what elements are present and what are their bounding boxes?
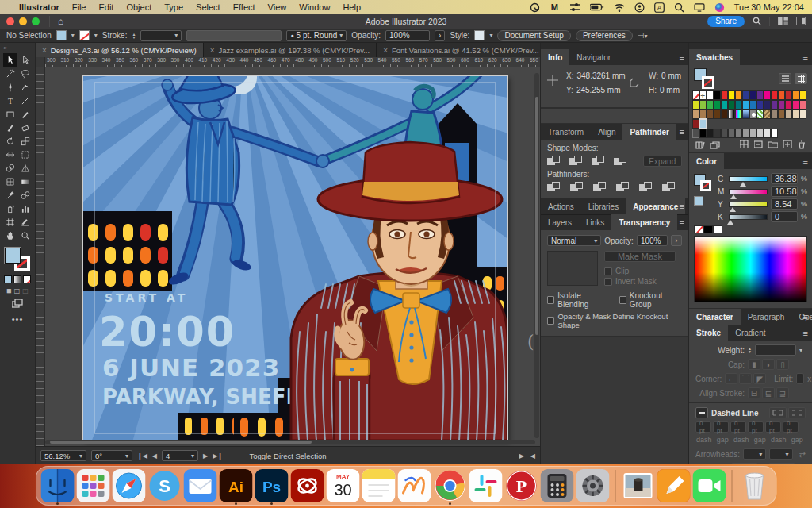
- swatch[interactable]: [728, 129, 735, 138]
- dock-pages[interactable]: [657, 469, 691, 502]
- panel-menu-icon[interactable]: ≡: [803, 329, 808, 338]
- tool-blend[interactable]: [18, 188, 33, 202]
- swatch[interactable]: [785, 100, 792, 110]
- menu-type[interactable]: Type: [164, 2, 183, 12]
- tab-align[interactable]: Align: [591, 124, 622, 140]
- swatch[interactable]: [749, 129, 756, 138]
- swatch[interactable]: [735, 100, 742, 110]
- artboard[interactable]: START AT 20:00 6 JUNE 2023 PARKWAY, SHEF…: [83, 76, 508, 441]
- swatch[interactable]: [699, 110, 707, 119]
- swatch-options-icon[interactable]: [754, 140, 763, 151]
- dock-photoshop[interactable]: Ps: [255, 469, 289, 502]
- swatch[interactable]: [771, 90, 778, 100]
- grid-view-icon[interactable]: [795, 73, 807, 84]
- stroke-swatch[interactable]: [79, 30, 90, 40]
- align-dash-icon[interactable]: [788, 407, 806, 418]
- arrange-documents-icon[interactable]: [778, 17, 788, 27]
- channel-slider-C[interactable]: [729, 176, 768, 182]
- make-mask-button[interactable]: Make Mask: [604, 251, 676, 262]
- menu-effect[interactable]: Effect: [233, 2, 255, 12]
- tool-hand[interactable]: [3, 229, 17, 242]
- swatch[interactable]: [699, 100, 707, 110]
- swatch[interactable]: [756, 90, 764, 100]
- arrowhead-start-dropdown[interactable]: ▾: [743, 448, 766, 460]
- channel-slider-K[interactable]: [729, 214, 768, 220]
- pathfinder-3[interactable]: [616, 182, 629, 193]
- swatch[interactable]: [778, 90, 785, 100]
- swatch[interactable]: [735, 110, 742, 119]
- swatch[interactable]: [714, 90, 721, 100]
- spotlight-icon[interactable]: [674, 2, 684, 13]
- swatch[interactable]: [799, 110, 806, 119]
- dash-field-4[interactable]: 0 pt: [765, 421, 781, 433]
- artboard-number-field[interactable]: 4▾: [162, 450, 198, 461]
- dock-calendar[interactable]: MAY30: [327, 469, 360, 502]
- color-none-swatch[interactable]: [694, 225, 703, 233]
- tab-swatches[interactable]: Swatches: [689, 49, 740, 65]
- tool-perspective-grid[interactable]: [18, 161, 33, 175]
- fill-proxy[interactable]: [5, 248, 21, 264]
- knockout-group-checkbox[interactable]: [619, 296, 626, 304]
- opacity-mask-checkbox[interactable]: [547, 317, 554, 325]
- display-icon[interactable]: [694, 3, 705, 12]
- menu-file[interactable]: File: [72, 2, 86, 12]
- style-swatch[interactable]: [474, 30, 485, 40]
- channel-slider-M[interactable]: [729, 189, 768, 194]
- siri-icon[interactable]: [714, 2, 725, 13]
- tool-line-segment[interactable]: [18, 94, 33, 107]
- swatch[interactable]: ✛: [699, 90, 707, 100]
- dock-mail[interactable]: [184, 469, 217, 502]
- canvas-area[interactable]: 3003103203303403503603703803904004104204…: [36, 57, 540, 446]
- tool-shaper[interactable]: [3, 121, 17, 134]
- color-button[interactable]: [4, 275, 12, 283]
- swatch[interactable]: [728, 90, 735, 100]
- swatch-themes-icon[interactable]: [710, 141, 720, 151]
- close-tab-icon[interactable]: ×: [210, 46, 215, 55]
- swatch[interactable]: [721, 100, 728, 110]
- swatch[interactable]: [764, 129, 771, 138]
- tab-actions[interactable]: Actions: [541, 198, 581, 214]
- panel-menu-icon[interactable]: ≡: [680, 202, 684, 211]
- swatch[interactable]: [749, 110, 756, 119]
- tool-artboard[interactable]: [3, 215, 17, 229]
- dash-field-1[interactable]: 0 pt: [713, 421, 729, 433]
- swatch[interactable]: [728, 110, 735, 119]
- stroke-link[interactable]: Stroke:: [102, 31, 128, 40]
- tool-zoom[interactable]: [18, 229, 33, 242]
- swatch[interactable]: [785, 110, 792, 119]
- swatch[interactable]: [742, 129, 749, 138]
- swatch[interactable]: [799, 90, 806, 100]
- tool-width[interactable]: [3, 148, 17, 161]
- stroke-weight-field[interactable]: ▾: [140, 30, 182, 41]
- share-button[interactable]: Share: [707, 16, 745, 27]
- swatch[interactable]: [707, 129, 714, 138]
- shape-mode-1[interactable]: [569, 156, 580, 167]
- menu-view[interactable]: View: [268, 2, 287, 12]
- pathfinder-4[interactable]: [639, 182, 652, 193]
- dock-launchpad[interactable]: [77, 469, 110, 502]
- swatch[interactable]: [707, 90, 714, 100]
- selected-swatch[interactable]: [699, 119, 707, 129]
- style-link[interactable]: Style:: [450, 31, 469, 40]
- tab-links[interactable]: Links: [579, 214, 611, 230]
- swatch[interactable]: [692, 119, 699, 129]
- tab-libraries[interactable]: Libraries: [581, 198, 626, 214]
- swatch[interactable]: [707, 110, 714, 119]
- spiral-icon[interactable]: [530, 2, 540, 13]
- swatch[interactable]: [756, 110, 764, 119]
- clip-checkbox[interactable]: [604, 267, 612, 275]
- dock-safari[interactable]: [113, 469, 146, 502]
- cap-round-icon[interactable]: ◗: [762, 359, 775, 370]
- dock-calculator[interactable]: [541, 469, 574, 502]
- arrowhead-end-dropdown[interactable]: ▾: [769, 448, 792, 460]
- account-icon[interactable]: [634, 2, 645, 13]
- cap-butt-icon[interactable]: ▮: [748, 359, 760, 370]
- swatch[interactable]: [785, 90, 792, 100]
- dock-slack[interactable]: [469, 469, 503, 502]
- tab-color[interactable]: Color: [689, 153, 724, 169]
- horizontal-ruler[interactable]: 3003103203303403503603703803904004104204…: [36, 57, 540, 67]
- swatch[interactable]: [749, 100, 756, 110]
- shape-mode-0[interactable]: [547, 156, 558, 167]
- tool-type[interactable]: T: [3, 94, 17, 107]
- opacity-expand-icon[interactable]: ›: [671, 235, 682, 246]
